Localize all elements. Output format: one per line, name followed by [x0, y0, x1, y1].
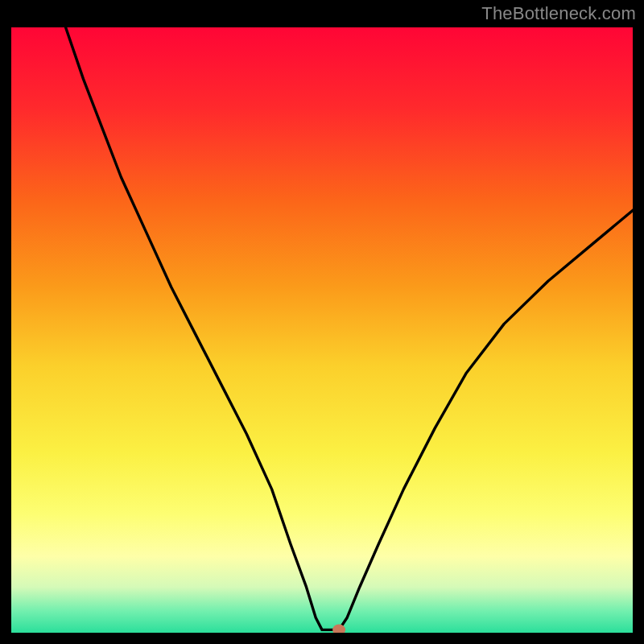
chart-container: TheBottleneck.com — [0, 0, 644, 644]
plot-frame — [8, 24, 636, 636]
attribution-label: TheBottleneck.com — [481, 3, 636, 24]
gradient-background — [8, 24, 636, 636]
bottleneck-chart — [8, 24, 636, 636]
